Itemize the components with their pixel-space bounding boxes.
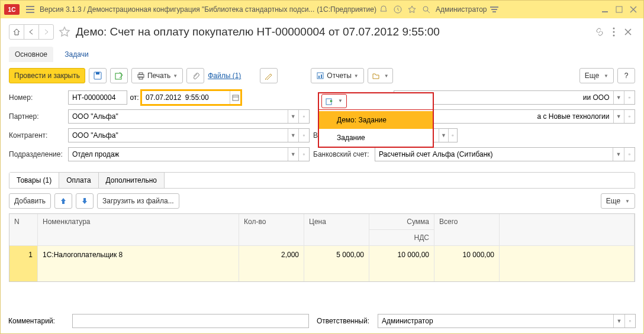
reports-button[interactable]: Отчеты▼ <box>311 68 363 83</box>
svg-rect-10 <box>139 73 143 74</box>
col-n: N <box>9 214 38 246</box>
svg-rect-16 <box>233 95 239 100</box>
label-comment: Комментарий: <box>8 317 67 325</box>
print-button[interactable]: Печать▼ <box>131 68 183 83</box>
save-button[interactable] <box>89 68 107 83</box>
svg-rect-12 <box>317 73 323 79</box>
nav-back-button[interactable] <box>24 24 39 40</box>
chevron-down-icon[interactable]: ▼ <box>613 148 623 161</box>
col-qty: Кол-во <box>239 214 304 246</box>
cell-tot: 10 000,00 <box>434 246 500 281</box>
favorite-star-icon[interactable] <box>57 24 72 40</box>
attach-button[interactable] <box>186 68 204 83</box>
subtab-payment[interactable]: Оплата <box>59 173 98 188</box>
open-icon[interactable]: ▫ <box>624 91 635 104</box>
open-icon[interactable]: ▫ <box>448 129 457 142</box>
bell-icon[interactable] <box>378 4 389 15</box>
comment-field[interactable] <box>72 314 309 328</box>
tab-main[interactable]: Основное <box>9 47 53 62</box>
svg-point-1 <box>423 7 428 11</box>
grid-header: N Номенклатура Кол-во Цена СуммаНДС Всег… <box>9 214 635 246</box>
number-field[interactable] <box>68 90 127 105</box>
settings-lines-icon[interactable] <box>488 4 500 15</box>
search-icon[interactable] <box>420 4 432 15</box>
folder-action-button[interactable]: ▼ <box>368 68 393 83</box>
label-number: Номер: <box>9 93 68 102</box>
col-extra <box>500 214 635 246</box>
goods-grid: N Номенклатура Кол-во Цена СуммаНДС Всег… <box>9 213 635 282</box>
nav-forward-button[interactable] <box>38 24 54 40</box>
svg-rect-14 <box>321 74 322 78</box>
open-icon[interactable]: ▫ <box>624 110 635 123</box>
main-tabs: Основное Задачи <box>1 42 643 62</box>
add-button[interactable]: Добавить <box>9 193 51 209</box>
maximize-icon[interactable] <box>613 3 626 16</box>
chevron-down-icon[interactable]: ▼ <box>613 314 624 327</box>
open-icon[interactable]: ▫ <box>298 110 309 123</box>
page-header: Демо: Счет на оплату покупателю НТ-00000… <box>1 18 643 42</box>
edit-button[interactable] <box>260 68 278 83</box>
help-button[interactable]: ? <box>617 68 635 83</box>
svg-rect-8 <box>115 73 121 79</box>
partner-field[interactable]: ▼▫ <box>68 109 310 124</box>
close-icon[interactable] <box>627 3 640 16</box>
label-contragent: Контрагент: <box>9 131 68 140</box>
post-button[interactable] <box>110 68 128 83</box>
cell-sum: 10 000,00 <box>369 246 434 281</box>
chevron-down-icon[interactable]: ▼ <box>613 110 624 123</box>
page-close-icon[interactable] <box>622 26 634 38</box>
dropdown-item-demo-task[interactable]: Демо: Задание <box>319 111 433 129</box>
subtab-goods[interactable]: Товары (1) <box>9 173 59 188</box>
chevron-down-icon[interactable]: ▼ <box>288 129 298 142</box>
svg-rect-2 <box>616 7 622 12</box>
more-button[interactable]: Еще▼ <box>579 68 614 83</box>
titlebar: 1C Версия 3.1.3 / Демонстрационная конфи… <box>1 1 643 18</box>
sub-tabs: Товары (1) Оплата Дополнительно <box>9 172 635 189</box>
menu-icon[interactable] <box>24 4 36 15</box>
platform-label: (1С:Предприятие) <box>317 5 376 14</box>
files-link[interactable]: Файлы (1) <box>208 72 241 80</box>
bank-field[interactable]: ▼▫ <box>375 147 635 161</box>
history-icon[interactable] <box>392 4 404 15</box>
link-icon[interactable] <box>594 26 606 38</box>
cell-qty: 2,000 <box>239 246 304 281</box>
app-title: Версия 3.1.3 / Демонстрационная конфигур… <box>40 5 314 14</box>
kebab-icon[interactable] <box>608 26 620 38</box>
grid-row[interactable]: 1 1С:Налогоплательщик 8 2,000 5 000,00 1… <box>9 246 635 281</box>
open-icon[interactable]: ▫ <box>624 314 635 327</box>
col-total: Всего <box>434 214 500 246</box>
label-bank: Банковский счет: <box>310 150 375 158</box>
date-field[interactable] <box>141 90 241 105</box>
open-icon[interactable]: ▫ <box>298 148 309 161</box>
label-resp: Ответственный: <box>314 317 373 325</box>
page-title: Демо: Счет на оплату покупателю НТ-00000… <box>76 25 440 38</box>
col-price: Цена <box>304 214 369 246</box>
move-down-button[interactable] <box>76 193 94 209</box>
dept-field[interactable]: ▼▫ <box>68 147 310 161</box>
home-button[interactable] <box>9 24 24 40</box>
chevron-down-icon[interactable]: ▼ <box>288 110 298 123</box>
cell-price: 5 000,00 <box>304 246 369 281</box>
calendar-icon[interactable] <box>230 91 240 104</box>
create-dropdown-toggle[interactable]: ▼ <box>319 92 433 110</box>
open-icon[interactable]: ▫ <box>624 148 635 161</box>
label-from: от: <box>127 93 141 102</box>
svg-point-4 <box>613 31 615 33</box>
load-file-button[interactable]: Загрузить из файла... <box>97 193 179 209</box>
chevron-down-icon[interactable]: ▼ <box>439 129 447 142</box>
resp-field[interactable]: ▼▫ <box>378 314 636 328</box>
svg-point-5 <box>613 35 615 37</box>
subtab-extra[interactable]: Дополнительно <box>99 173 165 188</box>
grid-more-button[interactable]: Еще▼ <box>601 193 635 209</box>
dropdown-item-task[interactable]: Задание <box>319 129 433 147</box>
star-icon[interactable] <box>406 4 418 15</box>
post-and-close-button[interactable]: Провести и закрыть <box>9 68 85 83</box>
chevron-down-icon[interactable]: ▼ <box>288 148 298 161</box>
minimize-icon[interactable] <box>598 3 611 16</box>
open-icon[interactable]: ▫ <box>298 129 309 142</box>
toolbar: Провести и закрыть Печать▼ Файлы (1) Отч… <box>1 62 643 88</box>
chevron-down-icon[interactable]: ▼ <box>613 91 624 104</box>
contragent-field[interactable]: ▼▫ <box>68 128 310 142</box>
tab-tasks[interactable]: Задачи <box>59 47 94 62</box>
move-up-button[interactable] <box>54 193 72 209</box>
